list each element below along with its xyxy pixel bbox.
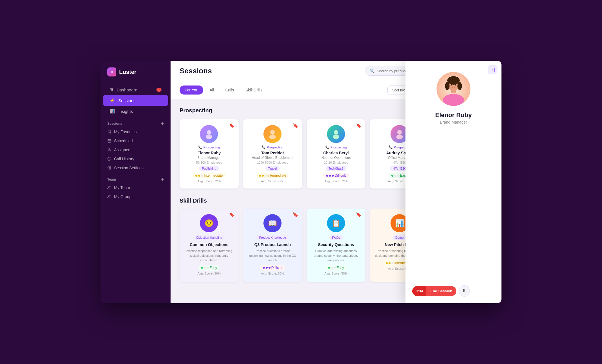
sidebar-item-sessions[interactable]: ⚡ Sessions [103,95,168,106]
faqs-icon-circle: 📋 [327,214,345,232]
sidebar-item-insights-label: Insights [118,109,133,114]
card-company-3: 10-20 Employees [324,161,348,164]
tab-calls[interactable]: Calls [220,85,239,95]
skill-desc-3: Practice addressing questions around sec… [311,249,361,263]
sidebar-item-dashboard-label: Dashboard [117,87,137,92]
phone-icon-1: 📞 [198,145,202,149]
difficulty-badge-1: Intermediate [193,173,226,178]
avatar-charles [327,125,345,143]
difficulty-badge-3: Difficult [323,173,348,178]
skill-card-common-objections[interactable]: 🔖 😟 Objection Handling Common Objections… [180,209,239,282]
phone-icon-4: 📞 [389,145,393,149]
search-icon: 🔍 [370,69,374,73]
tab-for-you[interactable]: For You [180,85,203,95]
panel-close-button[interactable]: →| [488,65,497,74]
card-industry-2: Travel [265,166,280,171]
sessions-section-add[interactable]: + [161,121,164,126]
diff-dot-4a [391,175,393,177]
page-title: Sessions [180,67,212,75]
svg-point-33 [451,84,452,85]
tab-all[interactable]: All [204,85,219,95]
sidebar-item-insights[interactable]: 📊 Insights [103,106,168,117]
skill-drills-title: Skill Drills [180,198,207,204]
logo-text: Luster [119,69,136,75]
logo: ✦ Luster [101,67,171,84]
card-name-2: Tom Peridot [261,151,284,155]
phone-icon-2: 📞 [262,145,266,149]
diff-dot-4b [394,175,396,177]
skill-card-q3-product-launch[interactable]: 🔖 📖 Product Knowledge Q3 Product Launch … [243,209,302,282]
pause-icon: ⏸ [462,288,466,293]
avg-score-1: Avg. Score: 72% [198,179,221,183]
svg-point-19 [269,135,276,139]
bookmark-icon-1[interactable]: 🔖 [229,123,235,128]
skill-bookmark-2[interactable]: 🔖 [293,212,298,217]
skill-difficulty-2: Difficult [260,265,285,271]
team-section-add[interactable]: + [161,177,164,182]
skill-bookmark-1[interactable]: 🔖 [229,212,235,217]
sidebar: ✦ Luster ⊞ Dashboard 1 ⚡ Sessions 📊 Insi… [101,61,171,303]
bookmark-icon [107,130,111,134]
panel-person-role: Brand Manager [440,120,467,124]
svg-point-28 [443,94,464,106]
skill-bookmark-3[interactable]: 🔖 [356,212,361,217]
diff-dot-1b [198,175,200,177]
diff-dot-2a [259,175,261,177]
card-name-3: Charles Beryl [323,151,349,155]
skill-category-3: FAQs [329,235,343,240]
bookmark-icon-3[interactable]: 🔖 [356,123,361,128]
sessions-icon: ⚡ [110,98,115,103]
pause-button[interactable]: ⏸ [459,285,470,297]
end-session-label: End Session [426,286,456,296]
skill-avg-score-2: Avg. Score: 50% [261,272,284,275]
sidebar-item-assigned[interactable]: Assigned [101,145,171,154]
sidebar-item-call-history[interactable]: Call History [101,154,171,163]
diff-dot-3b [329,175,331,177]
phone-icon-3: 📞 [325,145,329,149]
card-industry-1: Publishing [199,166,219,171]
skill-title-1: Common Objections [190,242,228,247]
sessions-section-header: Sessions + [101,117,171,127]
panel-avatar [437,72,470,106]
skill-card-security-questions[interactable]: 🔖 📋 FAQs Security Questions Practice add… [307,209,366,282]
my-groups-icon [107,195,111,199]
svg-point-23 [396,135,403,139]
bookmark-icon-2[interactable]: 🔖 [293,123,298,128]
my-groups-label: My Groups [114,194,133,199]
tabs-left: For You All Calls Skill Drills [180,85,268,95]
team-section-header: Team + [101,172,171,183]
card-tom-peridot[interactable]: 🔖 📞 Prospecting Tom Peridot Head of Glob… [243,119,302,188]
session-timer: 0:34 [412,286,426,296]
sidebar-item-session-settings[interactable]: Session Settings [101,163,171,172]
avg-score-3: Avg. Score: 72% [324,179,348,183]
svg-line-6 [108,158,110,160]
scheduled-label: Scheduled [114,139,133,143]
sidebar-item-my-team[interactable]: My Team [101,183,171,192]
card-elenor-ruby[interactable]: 🔖 📞 Prospecting Elenor Ruby Brand Manage… [180,119,239,188]
sidebar-item-my-favorites[interactable]: My Favorites [101,127,171,136]
svg-point-20 [334,130,338,135]
svg-point-9 [108,195,110,197]
my-team-icon [107,186,111,190]
overlay-panel: →| [405,61,501,303]
card-charles-beryl[interactable]: 🔖 📞 Prospecting Charles Beryl Head of Op… [307,119,366,188]
sidebar-item-my-groups[interactable]: My Groups [101,192,171,201]
card-company-4: N/A - B2C [392,161,406,164]
call-history-icon [107,157,111,161]
tab-skill-drills[interactable]: Skill Drills [240,85,268,95]
skill-desc-2: Practice questions around upcoming new s… [248,249,298,263]
svg-point-17 [206,135,212,139]
card-tag-1: 📞 Prospecting [198,145,220,149]
card-role-3: Head of Operations [321,156,351,160]
diff-dot-2c [265,175,267,177]
diff-dot-2b [262,175,264,177]
sidebar-item-dashboard[interactable]: ⊞ Dashboard 1 [103,84,168,95]
my-favorites-label: My Favorites [114,130,137,134]
objection-icon: 😟 [204,219,213,228]
sidebar-item-scheduled[interactable]: Scheduled [101,136,171,145]
person-icon [107,148,111,152]
svg-point-21 [333,135,339,139]
svg-rect-0 [108,139,111,142]
card-role-2: Head of Global Enablement [252,156,293,160]
end-session-button[interactable]: 0:34 End Session [412,286,456,296]
